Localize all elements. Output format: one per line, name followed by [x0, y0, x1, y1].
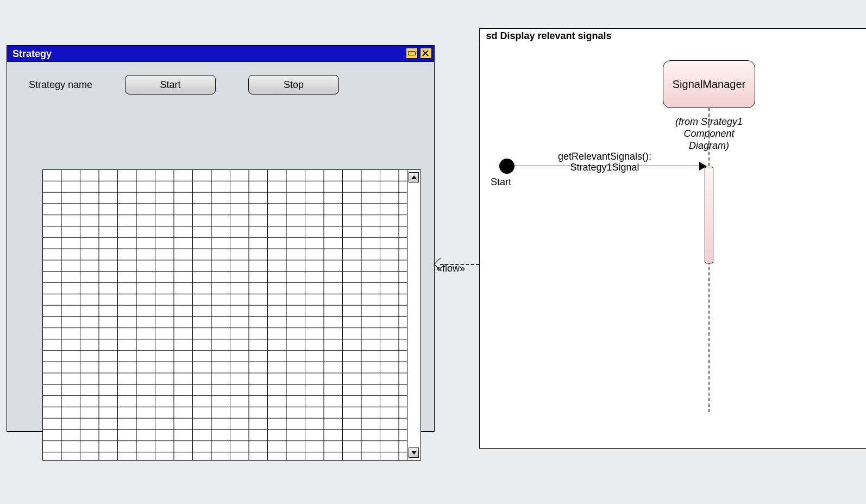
message-line2: Strategy1Signal	[523, 162, 686, 173]
strategy-name-label: Strategy name	[29, 79, 92, 91]
minimize-icon[interactable]	[406, 48, 418, 59]
signalmanager-lifeline-head[interactable]: SignalManager	[663, 60, 755, 108]
activation-bar	[705, 167, 713, 263]
sd-heading-text: sd Display relevant signals	[486, 30, 612, 41]
window-title: Strategy	[12, 48, 52, 59]
sequence-diagram-frame: sd Display relevant signals SignalManage…	[479, 28, 866, 449]
vertical-scrollbar[interactable]	[407, 170, 421, 460]
controls-row: Strategy name Start Stop	[29, 75, 412, 94]
data-grid	[42, 169, 421, 461]
diagram-canvas: Strategy Strategy name Start Stop sd Dis…	[0, 0, 866, 504]
start-node-label: Start	[491, 177, 511, 188]
start-node-icon	[499, 159, 514, 174]
scroll-down-button[interactable]	[409, 448, 419, 458]
flow-stereotype-label: «flow»	[437, 263, 465, 274]
message-line1: getRelevantSignals():	[523, 151, 686, 162]
start-button[interactable]: Start	[125, 75, 216, 94]
signalmanager-name: SignalManager	[673, 78, 746, 91]
chevron-up-icon	[411, 175, 417, 179]
scroll-up-button[interactable]	[409, 172, 419, 182]
message-label: getRelevantSignals(): Strategy1Signal	[523, 151, 686, 173]
message-arrowhead-icon	[699, 162, 707, 171]
stop-button[interactable]: Stop	[248, 75, 339, 94]
window-body: Strategy name Start Stop	[7, 62, 434, 94]
chevron-down-icon	[411, 451, 417, 455]
window-buttons	[406, 48, 432, 59]
grid-cells[interactable]	[43, 170, 407, 460]
window-titlebar: Strategy	[7, 46, 434, 62]
close-icon[interactable]	[420, 48, 432, 59]
strategy-window: Strategy Strategy name Start Stop	[7, 45, 435, 432]
sd-frame-heading: sd Display relevant signals	[479, 28, 625, 45]
